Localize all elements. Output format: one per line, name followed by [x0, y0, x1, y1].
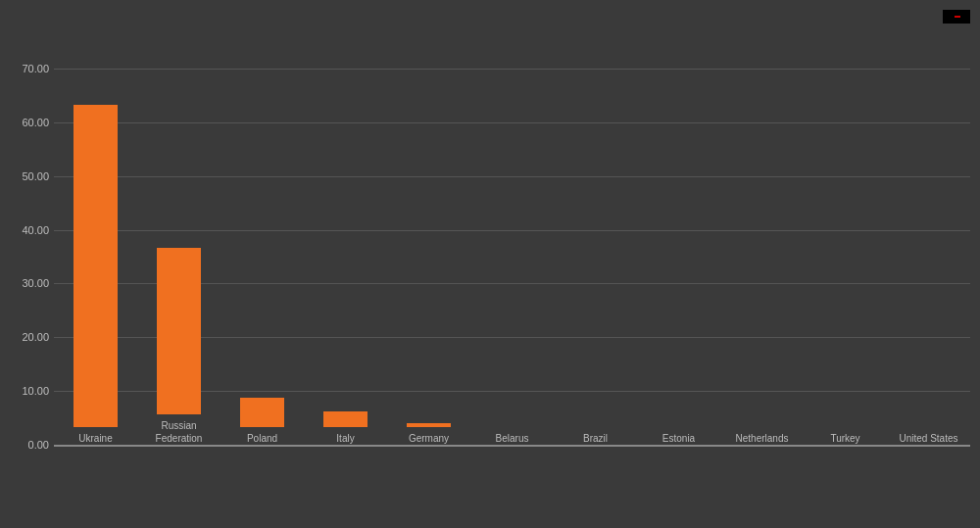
bar-label: Brazil	[583, 432, 608, 445]
bar-label: Netherlands	[736, 432, 789, 445]
bar-group: Netherlands	[720, 427, 804, 445]
bar-label: Italy	[336, 432, 354, 445]
bar-group: Estonia	[637, 427, 720, 445]
y-label: 70.00	[0, 63, 49, 74]
bar	[407, 423, 451, 427]
bar	[323, 411, 368, 427]
bar-group: Turkey	[804, 427, 887, 445]
y-label: 10.00	[0, 385, 49, 397]
y-label: 0.00	[0, 439, 49, 451]
y-label: 50.00	[0, 170, 49, 182]
kaspersky-logo	[943, 10, 970, 24]
bar-label: Estonia	[662, 432, 695, 445]
bar-group: Germany	[387, 423, 470, 445]
y-label: 20.00	[0, 331, 49, 343]
bar-group: Brazil	[554, 427, 637, 445]
bar-group: Ukraine	[54, 105, 137, 445]
x-axis-line	[54, 445, 970, 447]
y-label: 40.00	[0, 224, 49, 236]
bar-label: RussianFederation	[156, 419, 203, 445]
bar-group: Italy	[304, 411, 387, 445]
kaspersky-badge	[955, 16, 960, 18]
bar	[240, 398, 284, 427]
bar-group: RussianFederation	[137, 248, 220, 445]
bars-container: UkraineRussianFederationPolandItalyGerma…	[54, 69, 970, 445]
bar-group: United States	[887, 427, 970, 445]
bar-label: Ukraine	[78, 432, 112, 445]
bar-group: Belarus	[470, 427, 554, 445]
bar-group: Poland	[220, 398, 304, 445]
bar-label: United States	[899, 432, 957, 445]
title-area	[0, 0, 980, 12]
y-label: 30.00	[0, 277, 49, 289]
bar-label: Poland	[247, 432, 277, 445]
bar-label: Belarus	[496, 432, 529, 445]
bar-label: Germany	[409, 432, 449, 445]
y-label: 60.00	[0, 117, 49, 128]
bar	[157, 248, 201, 414]
bar-label: Turkey	[830, 432, 859, 445]
chart-container: 70.0060.0050.0040.0030.0020.0010.000.00 …	[0, 0, 980, 528]
bar	[74, 105, 118, 427]
